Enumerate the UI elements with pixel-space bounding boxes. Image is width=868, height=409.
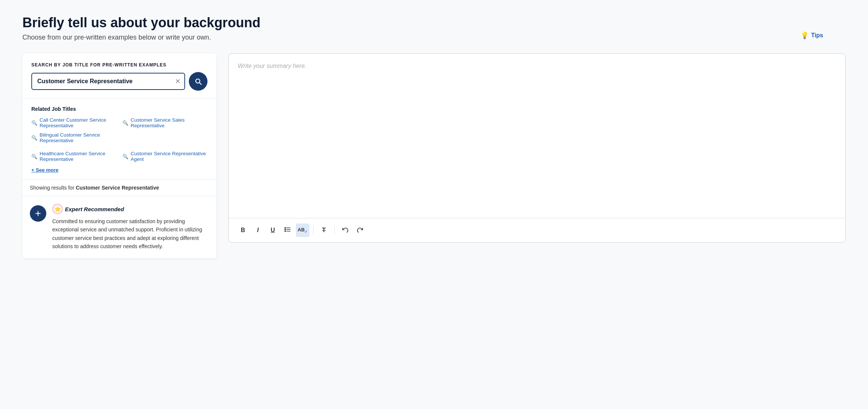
main-content: SEARCH BY JOB TITLE FOR PRE-WRITTEN EXAM… xyxy=(22,53,846,259)
redo-icon xyxy=(357,226,363,234)
svg-point-3 xyxy=(285,227,285,228)
bold-icon: B xyxy=(241,227,245,234)
result-item-0: + ⭐ Expert Recommended Committed to ensu… xyxy=(22,196,216,259)
redo-button[interactable] xyxy=(353,224,367,237)
plus-icon: + xyxy=(35,208,41,219)
lightbulb-icon: 💡 xyxy=(800,31,809,40)
results-showing-text: Showing results for xyxy=(30,185,76,191)
related-item-2[interactable]: 🔍 Bilingual Customer Service Representat… xyxy=(31,132,116,143)
svg-point-4 xyxy=(285,229,285,230)
search-icon-small-1: 🔍 xyxy=(122,120,128,126)
underline-button[interactable]: U xyxy=(266,224,280,237)
add-result-button-0[interactable]: + xyxy=(30,205,46,222)
clear-button[interactable]: ✕ xyxy=(171,74,184,88)
results-header: Showing results for Customer Service Rep… xyxy=(22,179,216,196)
search-icon xyxy=(194,77,202,85)
related-item-label-3: Healthcare Customer Service Representati… xyxy=(40,151,116,162)
left-panel: SEARCH BY JOB TITLE FOR PRE-WRITTEN EXAM… xyxy=(22,53,216,259)
related-item-1[interactable]: 🔍 Customer Service Sales Representative xyxy=(122,117,207,128)
related-title: Related Job Titles xyxy=(31,106,207,112)
toolbar-divider-2 xyxy=(334,226,335,235)
star-icon: ⭐ xyxy=(52,204,63,214)
search-icon-small-3: 🔍 xyxy=(31,154,37,159)
search-input-wrapper: ✕ xyxy=(31,73,185,90)
search-label: SEARCH BY JOB TITLE FOR PRE-WRITTEN EXAM… xyxy=(31,62,207,68)
search-icon-small-2: 🔍 xyxy=(31,135,37,141)
results-section: Showing results for Customer Service Rep… xyxy=(22,179,216,259)
tips-label: Tips xyxy=(811,32,823,39)
strikethrough-icon: T xyxy=(322,227,326,234)
search-input[interactable] xyxy=(32,74,171,89)
see-more-link[interactable]: + See more xyxy=(31,167,58,173)
tips-link[interactable]: 💡 Tips xyxy=(800,31,823,40)
editor-placeholder: Write your summary here. xyxy=(238,63,306,69)
page-title: Briefly tell us about your background xyxy=(22,15,846,31)
italic-icon: I xyxy=(257,227,259,234)
related-item-label-0: Call Center Customer Service Representat… xyxy=(40,117,116,128)
editor-toolbar: B I U AB✓ xyxy=(229,218,845,242)
expert-badge: ⭐ Expert Recommended xyxy=(52,204,209,214)
svg-point-5 xyxy=(285,231,285,231)
related-item-label-1: Customer Service Sales Representative xyxy=(131,117,207,128)
related-grid-2: 🔍 Healthcare Customer Service Representa… xyxy=(31,151,207,162)
result-text-0: Committed to ensuring customer satisfact… xyxy=(52,217,209,251)
search-button[interactable] xyxy=(189,72,207,91)
related-item-0[interactable]: 🔍 Call Center Customer Service Represent… xyxy=(31,117,116,128)
list-icon xyxy=(284,226,291,234)
related-section: Related Job Titles 🔍 Call Center Custome… xyxy=(22,99,216,179)
related-item-3[interactable]: 🔍 Healthcare Customer Service Representa… xyxy=(31,151,116,162)
expert-label: Expert Recommended xyxy=(65,206,124,212)
underline-icon: U xyxy=(271,227,275,234)
bold-button[interactable]: B xyxy=(236,224,250,237)
page-header: Briefly tell us about your background Ch… xyxy=(22,15,846,41)
undo-button[interactable] xyxy=(338,224,352,237)
page-subtitle: Choose from our pre-written examples bel… xyxy=(22,34,846,41)
related-item-4[interactable]: 🔍 Customer Service Representative Agent xyxy=(122,151,207,162)
right-panel: Write your summary here. B I U xyxy=(228,53,846,243)
related-grid: 🔍 Call Center Customer Service Represent… xyxy=(31,117,207,147)
search-icon-small-4: 🔍 xyxy=(122,154,128,159)
spellcheck-icon: AB✓ xyxy=(298,227,308,234)
list-button[interactable] xyxy=(281,224,294,237)
related-item-label-2: Bilingual Customer Service Representativ… xyxy=(40,132,116,143)
result-content-0: ⭐ Expert Recommended Committed to ensuri… xyxy=(52,204,209,251)
search-row: ✕ xyxy=(31,72,207,91)
italic-button[interactable]: I xyxy=(251,224,265,237)
spellcheck-button[interactable]: AB✓ xyxy=(296,224,309,237)
search-section: SEARCH BY JOB TITLE FOR PRE-WRITTEN EXAM… xyxy=(22,53,216,99)
editor-area[interactable]: Write your summary here. xyxy=(229,54,845,218)
undo-icon xyxy=(342,226,349,234)
results-search-term: Customer Service Representative xyxy=(76,185,159,191)
search-icon-small-0: 🔍 xyxy=(31,120,37,126)
strikethrough-button[interactable]: T xyxy=(317,224,331,237)
related-item-label-4: Customer Service Representative Agent xyxy=(131,151,207,162)
toolbar-divider-1 xyxy=(313,226,313,235)
